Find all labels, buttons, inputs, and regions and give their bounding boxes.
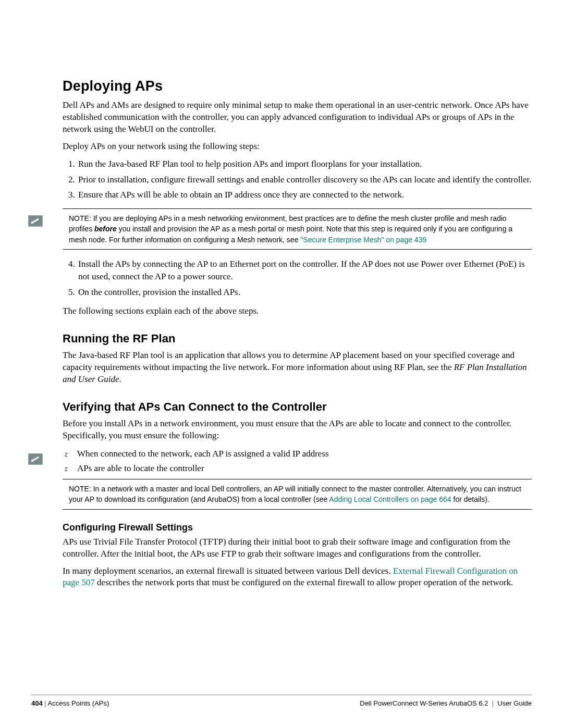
- note-emphasis: before: [94, 225, 117, 233]
- list-item: Install the APs by connecting the AP to …: [77, 258, 532, 283]
- note-box: NOTE: If you are deploying APs in a mesh…: [63, 208, 532, 250]
- list-item: On the controller, provision the install…: [77, 286, 532, 299]
- lead-paragraph: Deploy APs on your network using the fol…: [63, 141, 532, 153]
- note-icon: [28, 453, 46, 465]
- chapter-label: Access Points (APs): [48, 699, 109, 707]
- note-text: you install and provision the AP as a me…: [69, 225, 512, 243]
- page: Deploying APs Dell APs and AMs are desig…: [0, 0, 563, 728]
- separator: |: [490, 699, 497, 707]
- tail-paragraph: The following sections explain each of t…: [63, 305, 532, 317]
- steps-list-b: Install the APs by connecting the AP to …: [63, 258, 532, 298]
- list-item: APs are able to locate the controller: [77, 462, 532, 475]
- subsection-heading: Running the RF Plan: [63, 332, 532, 346]
- fw-paragraph: In many deployment scenarios, an externa…: [63, 565, 532, 589]
- list-item: When connected to the network, each AP i…: [77, 447, 532, 461]
- list-item: Run the Java-based RF Plan tool to help …: [77, 158, 532, 170]
- doc-type-label: User Guide: [497, 699, 532, 707]
- note-link[interactable]: Adding Local Controllers on page 664: [329, 495, 451, 503]
- text: describes the network ports that must be…: [95, 577, 513, 587]
- text: In many deployment scenarios, an externa…: [63, 566, 393, 576]
- intro-paragraph: Dell APs and AMs are designed to require…: [63, 100, 532, 135]
- subsection-heading: Verifying that APs Can Connect to the Co…: [63, 400, 532, 414]
- bullet-list: When connected to the network, each AP i…: [63, 447, 532, 475]
- text: .: [119, 374, 121, 384]
- list-item: Prior to installation, configure firewal…: [77, 174, 532, 186]
- note-icon: [28, 215, 46, 227]
- footer-right: Dell PowerConnect W-Series ArubaOS 6.2 |…: [360, 699, 532, 707]
- note-box: NOTE: In a network with a master and loc…: [63, 479, 532, 510]
- footer-left: 404 | Access Points (APs): [31, 699, 109, 707]
- subsubsection-heading: Configuring Firewall Settings: [63, 522, 532, 533]
- steps-list-a: Run the Java-based RF Plan tool to help …: [63, 158, 532, 201]
- rf-paragraph: The Java-based RF Plan tool is an applic…: [63, 350, 532, 386]
- verify-paragraph: Before you install APs in a network envi…: [63, 418, 532, 442]
- fw-paragraph: APs use Trivial File Transfer Protocol (…: [63, 536, 532, 560]
- section-heading: Deploying APs: [63, 78, 532, 94]
- pencil-icon: [28, 215, 43, 227]
- product-label: Dell PowerConnect W-Series ArubaOS 6.2: [360, 699, 488, 707]
- list-item: Ensure that APs will be able to obtain a…: [77, 189, 532, 201]
- page-footer: 404 | Access Points (APs) Dell PowerConn…: [31, 695, 532, 707]
- pencil-icon: [28, 453, 43, 465]
- text: The Java-based RF Plan tool is an applic…: [63, 350, 515, 372]
- note-link[interactable]: "Secure Enterprise Mesh" on page 439: [300, 236, 426, 244]
- page-number: 404: [31, 699, 43, 707]
- note-text: for details).: [451, 495, 489, 503]
